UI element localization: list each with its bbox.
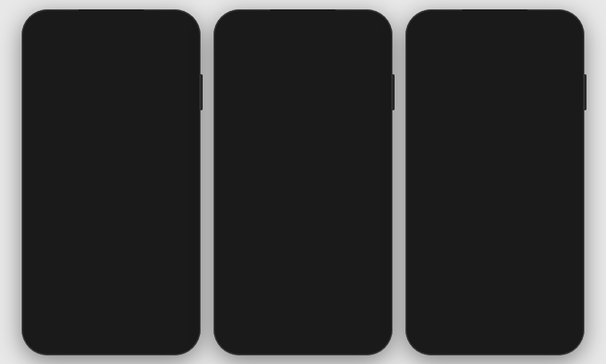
svg-rect-17 xyxy=(528,28,530,32)
svg-rect-6 xyxy=(181,28,183,30)
toggle-night[interactable] xyxy=(538,117,567,135)
toggle-preview[interactable] xyxy=(538,88,567,105)
toggle-row-lists[interactable]: Lists xyxy=(413,217,577,247)
item-date-2: 4 Feb 2018 at 12:11 xyxy=(231,183,375,192)
phone-3: 12:28 Settings Done EDITING Show Preview… xyxy=(405,9,584,355)
list-item-titles: - Document titles and subtitles xyxy=(39,331,183,344)
list-item-row-1[interactable]: Getting Started 2 4 Feb 2018 at 11:52 xyxy=(221,126,385,163)
nav-bar-1: Getting Started xyxy=(29,38,193,66)
toggle-listings[interactable] xyxy=(538,282,567,299)
svg-rect-23 xyxy=(565,28,566,30)
toggle-lists[interactable] xyxy=(538,223,567,240)
section-heading: Introduction xyxy=(39,112,183,123)
svg-rect-5 xyxy=(170,28,178,31)
search-placeholder: Search xyxy=(245,70,273,80)
toggle-label-listings: Listings / Definition Tables xyxy=(423,285,531,296)
nav-bar-3: Settings Done xyxy=(413,38,577,66)
section-header-editing: EDITING xyxy=(413,66,577,82)
toggle-row-listings[interactable]: Listings / Definition Tables xyxy=(413,276,577,306)
item-date-0: 4 Feb 2018 at 11:50 xyxy=(231,110,375,118)
svg-rect-8 xyxy=(336,28,338,32)
time-1: 12:28 xyxy=(102,25,122,34)
status-icons-3 xyxy=(528,26,567,32)
toggle-label-lists: Lists xyxy=(423,226,442,236)
svg-rect-18 xyxy=(531,27,533,32)
toggle-headings[interactable] xyxy=(538,193,567,210)
toggle-label-emphasis: Emphasis xyxy=(423,255,464,266)
paragraph-2: Go ahead, write out "Chapter One" on its… xyxy=(39,232,183,282)
main-title: Welcome to Tabula xyxy=(39,76,183,92)
section-header-interpretation: INTERPRETATION xyxy=(413,141,577,158)
phone-2: 12:28 Settings iCloud + Search Getting S… xyxy=(214,9,392,355)
svg-rect-10 xyxy=(342,27,344,32)
list-item-headings: - Headings xyxy=(39,318,183,331)
svg-point-20 xyxy=(545,30,546,32)
item-title-0: Getting Started xyxy=(231,97,375,108)
back-button-1[interactable] xyxy=(38,47,43,56)
phone-1-screen: < App Store 12:28 Getting Started Welcom… xyxy=(29,17,193,348)
search-bar-2[interactable]: Search xyxy=(228,66,378,84)
svg-point-3 xyxy=(161,30,162,32)
list-item-lists: - Lists (like this one) xyxy=(39,345,183,348)
item-title-2: Untitled xyxy=(231,170,375,182)
phone-2-screen: 12:28 Settings iCloud + Search Getting S… xyxy=(221,17,385,348)
status-bar-2: 12:28 xyxy=(221,17,385,38)
toggle-row-title[interactable]: Title and Subtitle xyxy=(413,158,577,187)
svg-point-15 xyxy=(235,71,240,76)
status-icons-1 xyxy=(144,26,183,32)
phone-3-screen: 12:28 Settings Done EDITING Show Preview… xyxy=(413,17,577,348)
svg-rect-2 xyxy=(150,27,152,32)
nav-title-1: Getting Started xyxy=(71,45,144,57)
settings-button[interactable]: Settings xyxy=(231,47,262,57)
time-2: 12:28 xyxy=(231,25,251,34)
settings-content: EDITING Show Preview in Editor Night Mod… xyxy=(413,66,577,348)
toggle-row-preview[interactable]: Show Preview in Editor xyxy=(413,82,577,112)
list-item-row-0[interactable]: Getting Started 4 Feb 2018 at 11:50 xyxy=(221,89,385,126)
toggle-label-night: Night Mode xyxy=(423,120,470,131)
svg-rect-13 xyxy=(361,28,370,31)
nav-title-2: iCloud xyxy=(298,45,332,58)
status-icons-2 xyxy=(336,26,375,32)
svg-rect-0 xyxy=(144,28,146,32)
share-icon-1[interactable] xyxy=(173,43,185,60)
app-store-back[interactable]: < App Store xyxy=(39,25,79,33)
toggle-row-emphasis[interactable]: Emphasis xyxy=(413,247,577,276)
svg-point-11 xyxy=(353,30,354,32)
svg-rect-9 xyxy=(339,27,341,32)
content-area-1: Welcome to Tabula Getting Started Introd… xyxy=(29,66,193,348)
toggle-label-headings: Headings xyxy=(423,196,462,207)
toggle-label-preview: Show Preview in Editor xyxy=(423,91,519,102)
done-button[interactable]: Done xyxy=(542,45,567,57)
status-bar-1: < App Store 12:28 xyxy=(29,17,193,38)
time-3: 12:28 xyxy=(423,25,443,34)
toggle-emphasis[interactable] xyxy=(538,252,567,270)
toggle-row-headings[interactable]: Headings xyxy=(413,187,577,217)
svg-line-16 xyxy=(240,76,242,79)
paragraph-1: This document may look fancy, with nice … xyxy=(39,127,183,226)
list-item-row-2[interactable]: Untitled 4 Feb 2018 at 12:11 xyxy=(221,163,385,200)
item-title-1: Getting Started 2 xyxy=(231,133,375,145)
doc-subtitle: Getting Started xyxy=(39,94,183,105)
add-button[interactable]: + xyxy=(366,45,375,59)
svg-rect-1 xyxy=(147,27,149,32)
paragraph-3: To name a few, Tabula automatically pick… xyxy=(39,288,183,313)
phone-1: < App Store 12:28 Getting Started Welcom… xyxy=(22,9,201,355)
nav-title-3: Settings xyxy=(475,45,518,58)
toggle-title[interactable] xyxy=(538,164,567,181)
item-date-1: 4 Feb 2018 at 11:52 xyxy=(231,146,375,155)
toggle-row-night[interactable]: Night Mode xyxy=(413,112,577,141)
nav-area-2: Settings iCloud + Search xyxy=(221,38,385,89)
status-bar-3: 12:28 xyxy=(413,17,577,38)
svg-rect-19 xyxy=(534,27,536,32)
svg-rect-14 xyxy=(373,28,374,30)
list-area-2: Getting Started 4 Feb 2018 at 11:50 Gett… xyxy=(221,89,385,200)
svg-rect-22 xyxy=(553,28,562,31)
nav-bar-2: Settings iCloud + xyxy=(221,38,385,66)
toggle-label-title: Title and Subtitle xyxy=(423,167,492,177)
